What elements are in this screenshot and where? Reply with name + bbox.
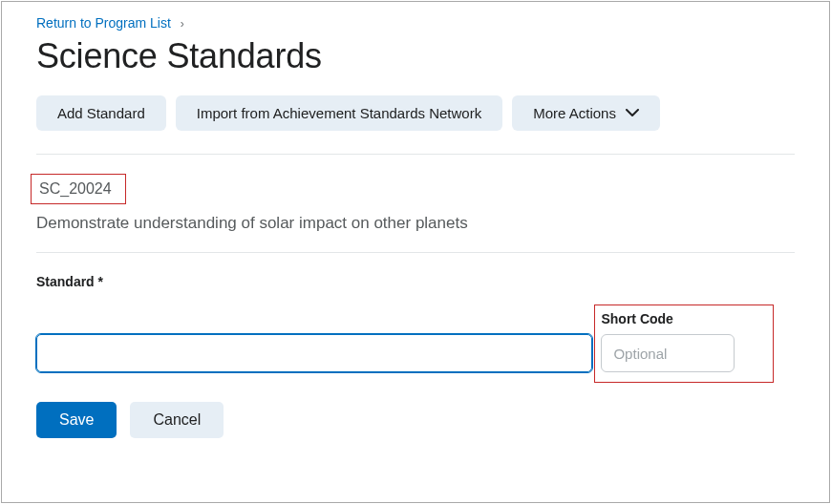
- short-code-input[interactable]: [601, 334, 735, 372]
- return-link[interactable]: Return to Program List: [36, 15, 171, 31]
- import-asn-button[interactable]: Import from Achievement Standards Networ…: [176, 95, 502, 131]
- page-frame: Return to Program List › Science Standar…: [1, 1, 830, 503]
- cancel-button[interactable]: Cancel: [130, 402, 224, 438]
- add-standard-button[interactable]: Add Standard: [36, 95, 166, 131]
- more-actions-button[interactable]: More Actions: [512, 95, 660, 131]
- standard-input[interactable]: [36, 334, 592, 372]
- standard-header: SC_20024 Demonstrate understanding of so…: [36, 155, 795, 253]
- short-code-label: Short Code: [601, 311, 735, 326]
- standard-label: Standard *: [36, 274, 795, 289]
- standard-description: Demonstrate understanding of solar impac…: [36, 214, 795, 233]
- breadcrumb: Return to Program List ›: [36, 15, 795, 31]
- button-row: Save Cancel: [36, 402, 795, 438]
- short-code-display: SC_20024: [31, 174, 126, 204]
- chevron-right-icon: ›: [181, 17, 184, 31]
- chevron-down-icon: [626, 109, 639, 117]
- form-section: Standard * Short Code Save Cancel: [36, 253, 795, 438]
- short-code-group: Short Code: [594, 304, 774, 383]
- page-title: Science Standards: [36, 36, 795, 76]
- more-actions-label: More Actions: [533, 105, 616, 121]
- save-button[interactable]: Save: [36, 402, 117, 438]
- action-bar: Add Standard Import from Achievement Sta…: [36, 95, 795, 155]
